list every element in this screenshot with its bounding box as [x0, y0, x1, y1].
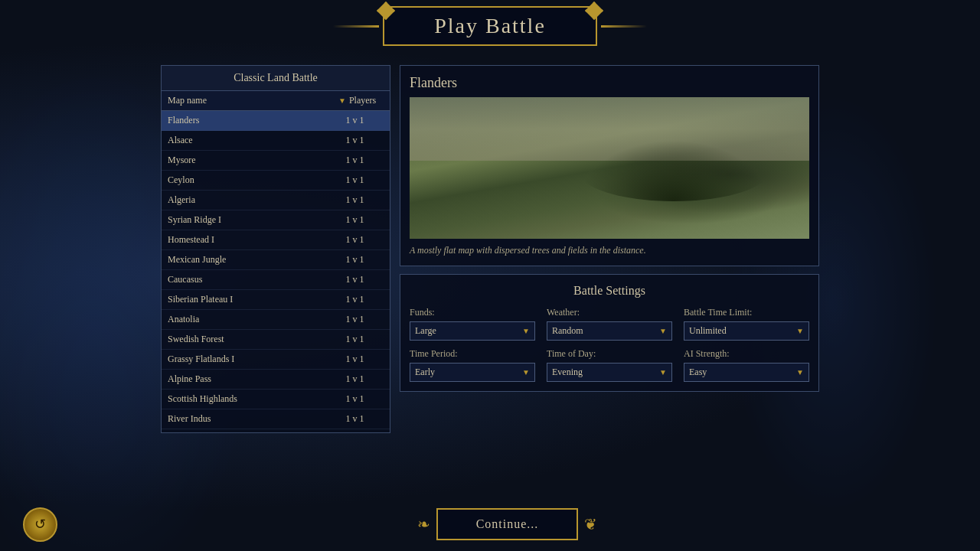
map-list-row[interactable]: Flanders1 v 1	[162, 111, 390, 131]
map-row-players: 1 v 1	[326, 334, 384, 345]
back-button[interactable]: ↺	[23, 507, 57, 542]
map-row-name: Syrian Ridge I	[168, 214, 326, 226]
map-row-players: 1 v 1	[326, 393, 384, 405]
map-row-name: Anatolia	[168, 314, 326, 325]
map-row-players: 1 v 1	[326, 234, 384, 246]
map-list-row[interactable]: Grassy Flatlands I1 v 1	[162, 350, 390, 370]
map-row-players: 1 v 1	[326, 413, 384, 425]
map-list-row[interactable]: Caucasus1 v 1	[162, 270, 390, 290]
ai-strength-value: Easy	[689, 367, 707, 378]
battle-settings-panel: Battle Settings Funds: Large ▼ Weather: …	[400, 274, 819, 392]
map-row-name: River Indus	[168, 413, 326, 425]
funds-group: Funds: Large ▼	[410, 307, 535, 341]
map-row-players: 1 v 1	[326, 274, 384, 285]
col-map-name: Map name	[162, 91, 332, 110]
time-period-select[interactable]: Early ▼	[410, 363, 535, 382]
ai-strength-select[interactable]: Easy ▼	[684, 363, 809, 382]
map-row-name: Alpine Pass	[168, 373, 326, 385]
weather-select[interactable]: Random ▼	[547, 321, 672, 341]
title-frame: Play Battle	[383, 6, 597, 46]
content-area: Classic Land Battle Map name ▼ Players F…	[161, 65, 819, 433]
map-list-row[interactable]: Alsace1 v 1	[162, 131, 390, 151]
map-row-name: Mexican Jungle	[168, 254, 326, 266]
continue-right-deco-icon: ❦	[584, 515, 597, 533]
bottom-bar: ↺ ❧ Continue... ❦	[0, 497, 980, 551]
title-right-connector	[601, 25, 647, 28]
time-of-day-label: Time of Day:	[547, 348, 672, 360]
time-of-day-group: Time of Day: Evening ▼	[547, 348, 672, 382]
map-row-players: 1 v 1	[326, 155, 384, 166]
map-list-row[interactable]: Scottish Highlands1 v 1	[162, 390, 390, 409]
time-of-day-select[interactable]: Evening ▼	[547, 363, 672, 382]
title-left-connector	[333, 25, 379, 28]
ai-strength-label: AI Strength:	[684, 348, 809, 360]
map-row-players: 1 v 1	[326, 294, 384, 305]
funds-select[interactable]: Large ▼	[410, 321, 535, 341]
sort-arrow: ▼	[338, 96, 346, 105]
map-row-name: Mysore	[168, 155, 326, 166]
time-of-day-arrow-icon: ▼	[659, 368, 667, 377]
left-panel: Classic Land Battle Map name ▼ Players F…	[161, 65, 390, 433]
battle-time-limit-value: Unlimited	[689, 325, 727, 337]
map-row-name: Flanders	[168, 115, 326, 126]
map-row-players: 1 v 1	[326, 354, 384, 365]
main-container: Play Battle Classic Land Battle Map name…	[0, 0, 980, 551]
map-row-players: 1 v 1	[326, 115, 384, 126]
map-row-players: 1 v 1	[326, 194, 384, 206]
funds-arrow-icon: ▼	[522, 327, 530, 335]
time-of-day-value: Evening	[552, 367, 583, 378]
weather-group: Weather: Random ▼	[547, 307, 672, 341]
continue-button-wrapper: ❧ Continue... ❦	[436, 508, 579, 540]
map-row-name: Homestead I	[168, 234, 326, 246]
continue-left-deco-icon: ❧	[417, 515, 430, 533]
map-list-row[interactable]: Anatolia1 v 1	[162, 310, 390, 330]
map-list-header: Map name ▼ Players	[162, 91, 390, 111]
ai-strength-group: AI Strength: Easy ▼	[684, 348, 809, 382]
map-list-row[interactable]: Swedish Forest1 v 1	[162, 330, 390, 350]
map-row-players: 1 v 1	[326, 314, 384, 325]
map-list-row[interactable]: Homestead I1 v 1	[162, 230, 390, 250]
ai-strength-arrow-icon: ▼	[796, 368, 804, 377]
panel-title: Classic Land Battle	[162, 66, 390, 91]
time-period-group: Time Period: Early ▼	[410, 348, 535, 382]
map-preview-panel: Flanders A mostly flat map with disperse…	[400, 65, 819, 266]
map-list[interactable]: Flanders1 v 1Alsace1 v 1Mysore1 v 1Ceylo…	[162, 111, 390, 432]
map-row-name: Algeria	[168, 194, 326, 206]
page-title: Play Battle	[434, 14, 546, 37]
battle-time-limit-arrow-icon: ▼	[796, 327, 804, 335]
battle-time-limit-group: Battle Time Limit: Unlimited ▼	[684, 307, 809, 341]
funds-label: Funds:	[410, 307, 535, 318]
weather-arrow-icon: ▼	[659, 327, 667, 335]
map-list-row[interactable]: Mysore1 v 1	[162, 151, 390, 171]
map-list-row[interactable]: Alpine Pass1 v 1	[162, 370, 390, 390]
map-list-row[interactable]: Poland1 v 1	[162, 429, 390, 432]
funds-value: Large	[415, 325, 436, 337]
col-players: ▼ Players	[332, 91, 390, 110]
map-row-players: 1 v 1	[326, 254, 384, 266]
map-row-name: Ceylon	[168, 174, 326, 186]
map-row-name: Caucasus	[168, 274, 326, 285]
title-banner: Play Battle	[329, 6, 651, 46]
map-list-row[interactable]: River Indus1 v 1	[162, 409, 390, 429]
map-row-players: 1 v 1	[326, 174, 384, 186]
weather-value: Random	[552, 325, 583, 337]
map-row-name: Scottish Highlands	[168, 393, 326, 405]
map-list-row[interactable]: Siberian Plateau I1 v 1	[162, 290, 390, 310]
map-list-row[interactable]: Algeria1 v 1	[162, 191, 390, 210]
battle-settings-title: Battle Settings	[410, 284, 809, 298]
map-row-name: Grassy Flatlands I	[168, 354, 326, 365]
back-icon: ↺	[34, 516, 46, 533]
battle-time-limit-select[interactable]: Unlimited ▼	[684, 321, 809, 341]
continue-button[interactable]: Continue...	[436, 508, 579, 540]
map-list-row[interactable]: Mexican Jungle1 v 1	[162, 250, 390, 270]
right-panel: Flanders A mostly flat map with disperse…	[400, 65, 819, 433]
battle-time-limit-label: Battle Time Limit:	[684, 307, 809, 318]
time-period-value: Early	[415, 367, 435, 378]
time-period-arrow-icon: ▼	[522, 368, 530, 377]
map-list-row[interactable]: Syrian Ridge I1 v 1	[162, 210, 390, 230]
map-preview-title: Flanders	[410, 75, 809, 91]
map-row-players: 1 v 1	[326, 373, 384, 385]
map-row-name: Swedish Forest	[168, 334, 326, 345]
map-list-row[interactable]: Ceylon1 v 1	[162, 171, 390, 191]
map-row-players: 1 v 1	[326, 214, 384, 226]
